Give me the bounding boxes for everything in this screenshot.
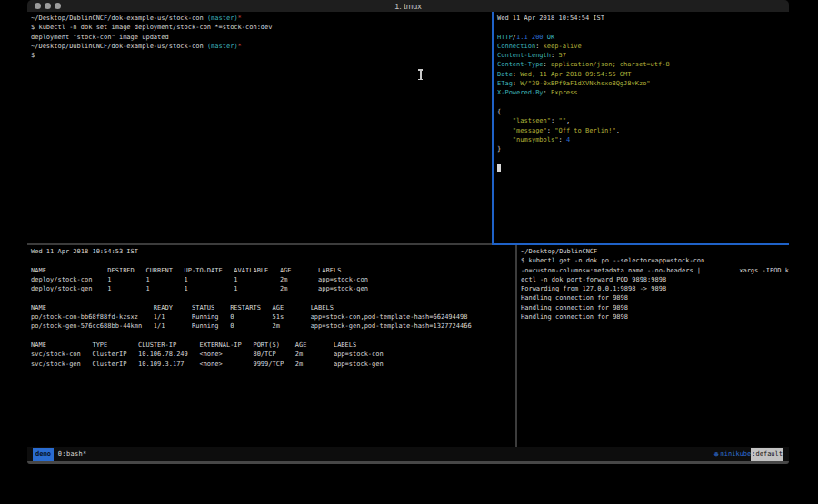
terminal-text-segment: NAME TYPE CLUSTER-IP EXTERNAL-IP PORT(S)…	[31, 341, 356, 349]
terminal-line: ectl -n dok port-forward POD 9898:9898	[521, 275, 789, 284]
session-name-badge[interactable]: demo	[33, 448, 54, 461]
terminal-text-segment: svc/stock-con ClusterIP 10.106.78.249 <n…	[31, 351, 384, 358]
terminal-text-segment: application/json; charset=utf-8	[551, 61, 670, 68]
pane-divider-horizontal-left[interactable]	[27, 243, 492, 245]
terminal-line: deploy/stock-gen 1 1 1 1 2m app=stock-ge…	[31, 284, 515, 293]
terminal-text-segment: }	[497, 145, 501, 153]
pane-kubectl-get-watch[interactable]: Wed 11 Apr 2018 10:54:53 ISTNAME DESIRED…	[27, 245, 515, 447]
terminal-text-segment: 57	[558, 52, 565, 59]
terminal-line: NAME READY STATUS RESTARTS AGE LABELS	[31, 303, 515, 312]
terminal-text-segment: Wed, 11 Apr 2018 09:54:55 GMT	[520, 71, 631, 78]
terminal-line: $	[31, 51, 492, 60]
terminal-line	[497, 23, 789, 32]
terminal-text-segment: :	[535, 43, 543, 50]
terminal-text-segment: Connection	[497, 43, 535, 50]
terminal-line: HTTP/1.1 200 OK	[497, 33, 789, 42]
tmux-status-bar: demo 0:bash* ☸ minikube :default	[27, 447, 789, 461]
terminal-line: "numsymbols": 4	[497, 135, 789, 144]
terminal-text-segment: *	[238, 43, 242, 50]
terminal-text-segment	[497, 127, 513, 134]
terminal-text-segment: OK	[547, 34, 554, 41]
terminal-line: Handling connection for 9898	[521, 312, 789, 321]
terminal-text-segment: 4	[566, 136, 570, 143]
terminal-text-segment: ectl -n dok port-forward POD 9898:9898	[521, 276, 666, 283]
kubernetes-icon: ☸	[714, 448, 719, 461]
terminal-line: deployment "stock-con" image updated	[31, 33, 492, 42]
terminal-line: Handling connection for 9898	[521, 303, 789, 312]
terminal-text-segment: Content-Length	[497, 52, 551, 59]
terminal-text-segment: $ kubectl -n dok set image deployment/st…	[31, 24, 273, 31]
terminal-line: X-Powered-By: Express	[497, 88, 789, 97]
terminal-text-segment: *	[238, 15, 242, 22]
terminal-text-segment: Handling connection for 9898	[521, 294, 628, 301]
terminal-line	[31, 256, 515, 265]
terminal-text-segment: $	[31, 52, 35, 59]
terminal-text-segment: ""	[558, 117, 565, 124]
terminal-text-segment: :	[547, 127, 554, 134]
terminal-line: ~/Desktop/DublinCNCF	[521, 247, 789, 256]
terminal-text-segment: Content-Type	[497, 61, 544, 68]
pane-http-response[interactable]: Wed 11 Apr 2018 10:54:54 ISTHTTP/1.1 200…	[494, 12, 789, 243]
terminal-line: po/stock-gen-576cc688bb-44kmn 1/1 Runnin…	[31, 321, 515, 331]
terminal-line	[497, 153, 789, 163]
terminal-text-segment: po/stock-gen-576cc688bb-44kmn 1/1 Runnin…	[31, 322, 472, 330]
terminal-text-segment: ~/Desktop/DublinCNCF/dok-example-us/stoc…	[31, 43, 207, 50]
terminal-line: Wed 11 Apr 2018 10:54:53 IST	[31, 247, 515, 256]
terminal-text-segment: deploy/stock-con 1 1 1 1 2m app=stock-co…	[31, 276, 368, 283]
window-bottom-edge	[27, 461, 789, 464]
terminal-text-segment	[497, 117, 513, 124]
terminal-text-segment: Date	[497, 71, 513, 78]
terminal-line: "message": "Off to Berlin!",	[497, 126, 789, 135]
terminal-line: ETag: W/"39-0xBPf9aF1dXVNkhsxoBQgJ8vKzo"	[497, 79, 789, 88]
terminal-text-segment: :	[558, 136, 565, 143]
terminal-text-segment: "Off to Berlin!"	[554, 127, 615, 134]
pane-divider-vertical-top-active[interactable]	[492, 12, 494, 243]
terminal-text-segment: deployment "stock-con" image updated	[31, 34, 169, 41]
terminal-line: Content-Length: 57	[497, 51, 789, 60]
terminal-text-segment: $ kubectl get -n dok po --selector=app=s…	[521, 257, 704, 264]
window-label-bash[interactable]: 0:bash*	[58, 448, 87, 461]
terminal-line: Content-Type: application/json; charset=…	[497, 60, 789, 69]
terminal-text-segment: 1.1 200	[516, 34, 544, 41]
terminal-line: $ kubectl get -n dok po --selector=app=s…	[521, 256, 789, 265]
terminal-text-segment: svc/stock-gen ClusterIP 10.109.3.177 <no…	[31, 361, 384, 368]
kube-context-name: minikube	[721, 448, 752, 461]
terminal-text-segment: NAME READY STATUS RESTARTS AGE LABELS	[31, 304, 334, 311]
terminal-line: ~/Desktop/DublinCNCF/dok-example-us/stoc…	[31, 42, 492, 51]
terminal-text-segment: Wed 11 Apr 2018 10:54:54 IST	[497, 15, 604, 22]
terminal-line: Date: Wed, 11 Apr 2018 09:54:55 GMT	[497, 70, 789, 79]
terminal-text-segment: W/"39-0xBPf9aF1dXVNkhsxoBQgJ8vKzo"	[520, 80, 650, 87]
terminal-text-segment: ,	[566, 117, 570, 124]
terminal-text-segment: (master)	[207, 15, 238, 22]
terminal-line: Connection: keep-alive	[497, 42, 789, 51]
pane-divider-horizontal-right-active[interactable]	[492, 243, 789, 245]
terminal-text-segment: po/stock-con-bb68f88fd-kzsxz 1/1 Running…	[31, 313, 467, 321]
terminal-text-segment: NAME DESIRED CURRENT UP-TO-DATE AVAILABL…	[31, 267, 341, 274]
terminal-line: $ kubectl -n dok set image deployment/st…	[31, 23, 492, 32]
terminal-text-segment: ETag	[497, 80, 513, 87]
terminal-line: -o=custom-columns=:metadata.name --no-he…	[521, 266, 789, 275]
block-cursor	[497, 164, 501, 173]
terminal-text-segment: Forwarding from 127.0.0.1:9898 -> 9898	[521, 285, 666, 292]
terminal-text-segment: :	[544, 61, 551, 68]
terminal-text-segment: -o=custom-columns=:metadata.name --no-he…	[521, 267, 789, 274]
screen-background: 1. tmux ~/Desktop/DublinCNCF/dok-example…	[0, 0, 818, 504]
terminal-line: "lastseen": "",	[497, 116, 789, 125]
pane-port-forward[interactable]: ~/Desktop/DublinCNCF$ kubectl get -n dok…	[517, 245, 789, 447]
terminal-line	[31, 331, 515, 341]
terminal-text-segment: Express	[551, 89, 578, 96]
window-titlebar[interactable]: 1. tmux	[27, 0, 789, 12]
terminal-text-segment: X-Powered-By	[497, 89, 544, 96]
terminal-text-segment	[497, 136, 513, 143]
terminal-line: Forwarding from 127.0.0.1:9898 -> 9898	[521, 284, 789, 293]
pane-divider-vertical-bottom[interactable]	[515, 245, 517, 447]
terminal-text-segment: (master)	[207, 43, 238, 50]
pane-shell-kubectl-set-image[interactable]: ~/Desktop/DublinCNCF/dok-example-us/stoc…	[27, 12, 492, 243]
terminal-text-segment: Handling connection for 9898	[521, 304, 628, 311]
terminal-text-segment: deploy/stock-gen 1 1 1 1 2m app=stock-ge…	[31, 285, 368, 292]
terminal-line: deploy/stock-con 1 1 1 1 2m app=stock-co…	[31, 275, 515, 284]
terminal-line: Handling connection for 9898	[521, 293, 789, 302]
terminal-line: NAME DESIRED CURRENT UP-TO-DATE AVAILABL…	[31, 266, 515, 275]
terminal-text-segment: ~/Desktop/DublinCNCF	[521, 248, 597, 255]
terminal-line	[497, 163, 789, 173]
